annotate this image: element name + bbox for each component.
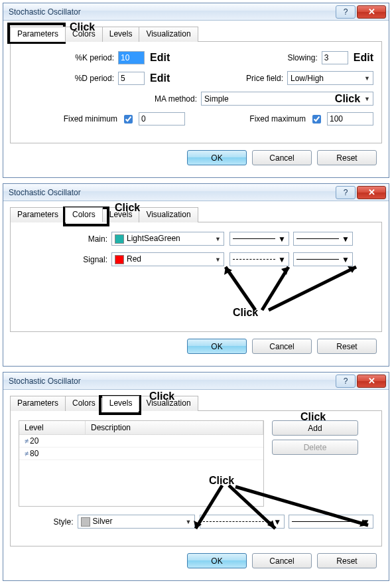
style-line-style[interactable]: ▼ bbox=[200, 515, 285, 529]
main-color-name: LightSeaGreen bbox=[127, 234, 180, 243]
tab-visualization[interactable]: Visualization bbox=[139, 396, 198, 411]
close-button[interactable]: ✕ bbox=[357, 186, 386, 199]
k-period-label: %K period: bbox=[19, 53, 118, 62]
tab-levels[interactable]: Levels bbox=[102, 207, 140, 222]
tab-parameters[interactable]: Parameters bbox=[10, 27, 66, 42]
window-title: Stochastic Oscillator bbox=[9, 188, 336, 197]
chevron-down-icon: ▼ bbox=[342, 234, 350, 244]
titlebar: Stochastic Oscillator ? ✕ bbox=[3, 373, 389, 390]
fixed-min-input[interactable] bbox=[139, 112, 185, 125]
button-bar: OK Cancel Reset bbox=[10, 546, 382, 574]
window-title: Stochastic Oscillator bbox=[9, 376, 336, 386]
tab-parameters[interactable]: Parameters bbox=[10, 396, 66, 411]
ma-method-value: Simple bbox=[204, 94, 229, 104]
tab-body-colors: Main: LightSeaGreen ▼ ▼ ▼ Signal: Red ▼ … bbox=[10, 222, 382, 332]
chevron-down-icon: ▼ bbox=[215, 236, 221, 242]
tab-colors[interactable]: Colors bbox=[65, 396, 103, 411]
col-description: Description bbox=[86, 421, 263, 434]
chevron-down-icon: ▼ bbox=[364, 75, 370, 82]
chevron-down-icon: ▼ bbox=[342, 255, 350, 264]
price-field-value: Low/High bbox=[291, 74, 324, 83]
help-button[interactable]: ? bbox=[336, 375, 356, 388]
tab-parameters[interactable]: Parameters bbox=[10, 207, 66, 222]
tab-levels[interactable]: Levels bbox=[102, 396, 140, 411]
fixed-max-label: Fixed maximum bbox=[237, 114, 310, 124]
chevron-down-icon: ▼ bbox=[362, 517, 370, 527]
annotation-click: Click bbox=[335, 93, 360, 105]
col-level: Level bbox=[19, 421, 86, 434]
ma-method-label: MA method: bbox=[141, 94, 201, 104]
tab-colors[interactable]: Colors bbox=[65, 27, 103, 42]
main-color-combo[interactable]: LightSeaGreen ▼ bbox=[111, 232, 224, 246]
chevron-down-icon: ▼ bbox=[278, 255, 286, 264]
ma-method-combo[interactable]: Simple Click ▼ bbox=[201, 92, 373, 106]
level-value: 20 bbox=[30, 436, 38, 446]
ok-button[interactable]: OK bbox=[187, 553, 247, 568]
signal-line-style[interactable]: ▼ bbox=[229, 252, 289, 266]
add-button[interactable]: Add bbox=[272, 420, 358, 436]
fixed-min-check[interactable] bbox=[124, 115, 133, 124]
signal-line-width[interactable]: ▼ bbox=[293, 252, 353, 266]
tab-visualization[interactable]: Visualization bbox=[139, 207, 198, 222]
cancel-button[interactable]: Cancel bbox=[252, 150, 312, 165]
style-color-name: Silver bbox=[93, 517, 113, 526]
chevron-down-icon: ▼ bbox=[273, 517, 281, 527]
color-swatch bbox=[115, 234, 124, 244]
tab-body-levels: Level Description ≠20 ≠80 Add Delete Sty bbox=[10, 411, 382, 546]
reset-button[interactable]: Reset bbox=[317, 339, 377, 354]
ok-button[interactable]: OK bbox=[187, 150, 247, 165]
delete-button[interactable]: Delete bbox=[272, 440, 358, 455]
chevron-down-icon: ▼ bbox=[215, 256, 221, 263]
main-label: Main: bbox=[19, 234, 111, 244]
price-field-combo[interactable]: Low/High ▼ bbox=[287, 71, 373, 85]
table-row[interactable]: ≠20 bbox=[19, 435, 263, 448]
ok-button[interactable]: OK bbox=[187, 339, 247, 354]
style-line-width[interactable]: ▼ bbox=[289, 515, 373, 529]
main-line-width[interactable]: ▼ bbox=[293, 232, 353, 246]
main-line-style[interactable]: ▼ bbox=[229, 232, 289, 246]
price-field-label: Price field: bbox=[221, 74, 287, 83]
fixed-max-check[interactable] bbox=[312, 115, 321, 124]
fixed-min-label: Fixed minimum bbox=[19, 114, 121, 124]
d-period-input[interactable] bbox=[118, 72, 145, 85]
style-color-combo[interactable]: Silver ▼ bbox=[78, 515, 195, 529]
reset-button[interactable]: Reset bbox=[317, 553, 377, 568]
close-button[interactable]: ✕ bbox=[357, 375, 386, 388]
levels-table[interactable]: Level Description ≠20 ≠80 bbox=[19, 420, 264, 507]
button-bar: OK Cancel Reset bbox=[10, 143, 382, 171]
signal-color-combo[interactable]: Red ▼ bbox=[111, 252, 224, 266]
titlebar: Stochastic Oscillator ? ✕ bbox=[3, 184, 389, 201]
slowing-input[interactable] bbox=[322, 51, 348, 64]
level-icon: ≠ bbox=[25, 450, 27, 458]
dialog-parameters: Stochastic Oscillator ? ✕ Parameters Col… bbox=[3, 3, 389, 178]
dialog-levels: Stochastic Oscillator ? ✕ Parameters Col… bbox=[3, 372, 389, 581]
help-button[interactable]: ? bbox=[336, 5, 356, 19]
table-row[interactable]: ≠80 bbox=[19, 448, 263, 460]
tab-levels[interactable]: Levels bbox=[102, 27, 140, 42]
tab-row: Parameters Colors Levels Visualization bbox=[10, 207, 382, 222]
chevron-down-icon: ▼ bbox=[278, 234, 286, 244]
tab-body-parameters: %K period: Edit Slowing: Edit %D period:… bbox=[10, 42, 382, 143]
fixed-max-input[interactable] bbox=[327, 112, 373, 125]
tab-row: Parameters Colors Levels Visualization bbox=[10, 26, 382, 42]
chevron-down-icon: ▼ bbox=[364, 96, 370, 102]
button-bar: OK Cancel Reset bbox=[10, 332, 382, 359]
help-button[interactable]: ? bbox=[336, 186, 356, 199]
tab-visualization[interactable]: Visualization bbox=[139, 27, 198, 42]
cancel-button[interactable]: Cancel bbox=[252, 339, 312, 354]
d-period-label: %D period: bbox=[19, 74, 118, 83]
reset-button[interactable]: Reset bbox=[317, 150, 377, 165]
color-swatch bbox=[115, 255, 124, 264]
k-period-input[interactable] bbox=[118, 51, 145, 64]
tab-row: Parameters Colors Levels Visualization bbox=[10, 395, 382, 411]
annotation-edit: Edit bbox=[150, 72, 170, 84]
window-title: Stochastic Oscillator bbox=[9, 7, 336, 17]
annotation-edit: Edit bbox=[354, 52, 373, 64]
tab-colors[interactable]: Colors bbox=[65, 207, 103, 222]
cancel-button[interactable]: Cancel bbox=[252, 553, 312, 568]
titlebar: Stochastic Oscillator ? ✕ bbox=[3, 3, 389, 21]
close-button[interactable]: ✕ bbox=[357, 5, 386, 19]
signal-color-name: Red bbox=[127, 254, 141, 264]
chevron-down-icon: ▼ bbox=[186, 519, 192, 525]
signal-label: Signal: bbox=[19, 255, 111, 264]
